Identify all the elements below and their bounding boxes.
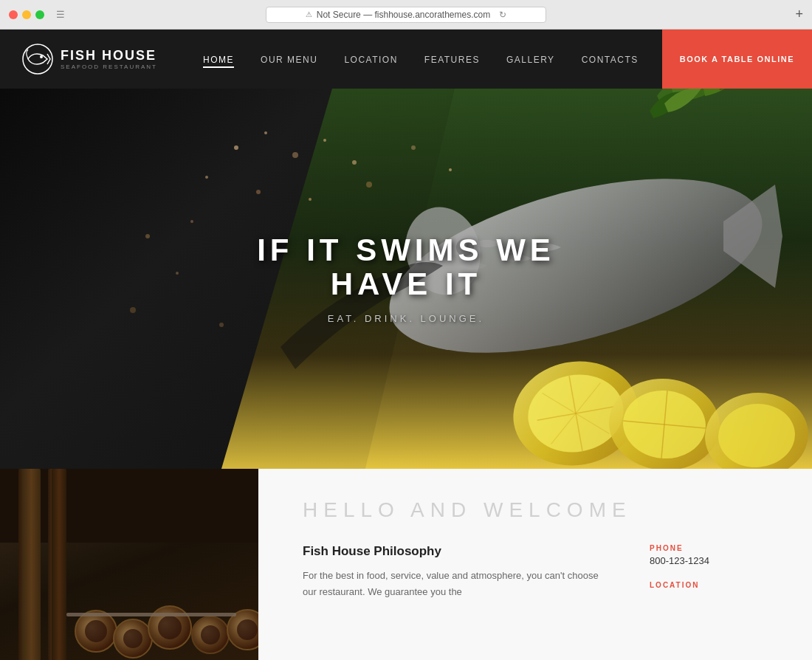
list-icon: ☰ (56, 9, 65, 20)
phone-value: 800-123-1234 (650, 555, 768, 566)
logo-area: FISH HOUSE SEAFOOD RESTAURANT (0, 30, 179, 89)
location-label: LOCATION (650, 581, 768, 589)
not-secure-icon: ⚠ (306, 10, 312, 18)
lower-left-panel (0, 469, 258, 660)
svg-point-41 (123, 629, 142, 648)
welcome-heading: HELLO AND WELCOME (303, 498, 768, 522)
hero-title: IF IT SWIMS WE HAVE IT (203, 233, 609, 301)
nav-menu: HOME OUR MENU LOCATION FEATURES GALLERY … (203, 52, 639, 66)
minimize-dot[interactable] (22, 10, 31, 19)
lower-section: HELLO AND WELCOME Fish House Philosophy … (0, 469, 812, 660)
philosophy-body: For the best in food, service, value and… (303, 568, 605, 600)
svg-point-1 (40, 55, 43, 58)
browser-chrome: ☰ ⚠ Not Secure — fishhouse.ancorathemes.… (0, 0, 812, 30)
browser-toolbar: ☰ (56, 9, 65, 20)
philosophy-text: Fish House Philosophy For the best in fo… (303, 544, 605, 600)
logo-icon (22, 44, 53, 75)
nav-gallery[interactable]: GALLERY (506, 52, 555, 66)
nav-contacts[interactable]: CONTACTS (582, 52, 639, 66)
logo-subtitle: SEAFOOD RESTAURANT (61, 63, 157, 70)
book-table-button[interactable]: BOOK A TABLE ONLINE (662, 30, 812, 89)
hero-subtitle: EAT. DRINK. LOUNGE. (203, 313, 609, 324)
svg-rect-48 (66, 613, 236, 616)
browser-dots (9, 10, 44, 19)
svg-point-47 (237, 619, 258, 640)
nav-location-link[interactable]: LOCATION (344, 55, 397, 65)
nav-gallery-link[interactable]: GALLERY (506, 55, 555, 65)
website-content: FISH HOUSE SEAFOOD RESTAURANT HOME OUR M… (0, 30, 812, 660)
logo-text: FISH HOUSE SEAFOOD RESTAURANT (61, 49, 157, 70)
nav-features[interactable]: FEATURES (424, 52, 480, 66)
nav-menu-item[interactable]: OUR MENU (261, 52, 317, 66)
grill-background (0, 469, 258, 660)
url-text: Not Secure — fishhouse.ancorathemes.com (317, 10, 490, 20)
site-header: FISH HOUSE SEAFOOD RESTAURANT HOME OUR M… (0, 30, 812, 89)
hero-content: IF IT SWIMS WE HAVE IT EAT. DRINK. LOUNG… (203, 233, 609, 324)
logo-name: FISH HOUSE (61, 49, 157, 62)
beam-2 (52, 469, 66, 660)
nav-contacts-link[interactable]: CONTACTS (582, 55, 639, 65)
phone-label: PHONE (650, 544, 768, 552)
svg-point-45 (201, 625, 220, 644)
close-dot[interactable] (9, 10, 18, 19)
nav-home[interactable]: HOME (203, 52, 234, 66)
philosophy-section: Fish House Philosophy For the best in fo… (303, 544, 768, 600)
nav-home-link[interactable]: HOME (203, 55, 234, 68)
nav-location[interactable]: LOCATION (344, 52, 397, 66)
maximize-dot[interactable] (35, 10, 44, 19)
nav-features-link[interactable]: FEATURES (424, 55, 480, 65)
hero-section: IF IT SWIMS WE HAVE IT EAT. DRINK. LOUNG… (0, 89, 812, 469)
new-tab-button[interactable]: + (795, 7, 803, 22)
refresh-icon: ↻ (499, 10, 506, 20)
address-bar[interactable]: ⚠ Not Secure — fishhouse.ancorathemes.co… (266, 7, 546, 23)
beam-1 (22, 469, 41, 660)
main-nav: HOME OUR MENU LOCATION FEATURES GALLERY … (179, 52, 662, 66)
contact-info: PHONE 800-123-1234 LOCATION (650, 544, 768, 600)
lower-right-panel: HELLO AND WELCOME Fish House Philosophy … (258, 469, 812, 660)
nav-menu-link[interactable]: OUR MENU (261, 55, 317, 65)
svg-point-39 (85, 620, 107, 642)
svg-point-43 (158, 616, 182, 639)
philosophy-title: Fish House Philosophy (303, 544, 605, 559)
